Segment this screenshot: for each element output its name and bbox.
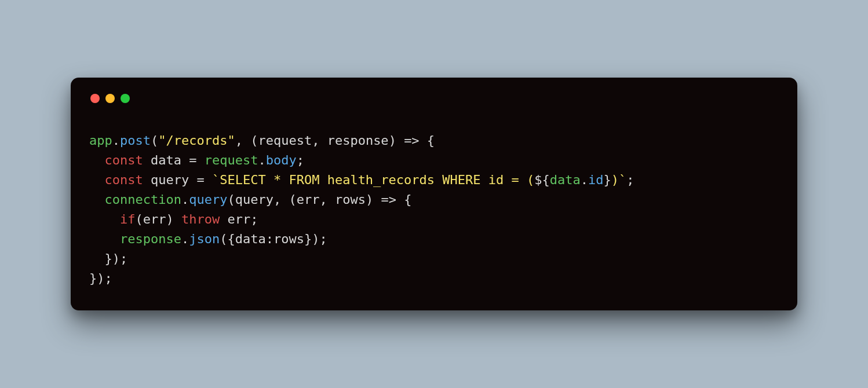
token-dot: .	[112, 133, 120, 148]
code-line-1: app.post("/records", (request, response)…	[89, 133, 435, 148]
token-app: app	[89, 133, 112, 148]
token-dot: .	[181, 232, 189, 246]
indent	[89, 251, 105, 266]
token-connection: connection	[105, 192, 181, 207]
indent	[89, 232, 120, 246]
token-template-open: ${	[534, 173, 550, 187]
token-err-param: err	[297, 192, 320, 207]
token-semi: ;	[250, 212, 258, 226]
token-const: const	[105, 173, 143, 187]
token-sql-template: `SELECT * FROM health_records WHERE id =…	[212, 173, 534, 187]
token-dot: .	[581, 173, 588, 187]
token-rows: rows	[273, 232, 304, 246]
token-request-param: request	[258, 133, 312, 148]
token-semi: ;	[297, 153, 304, 167]
token-comma-paren: , (	[235, 133, 258, 148]
token-data-key: data	[235, 232, 266, 246]
token-response: response	[120, 232, 181, 246]
token-request: request	[205, 153, 258, 167]
token-throw: throw	[181, 212, 220, 226]
indent	[89, 153, 105, 167]
token-query-method: query	[189, 192, 227, 207]
token-if: if	[120, 212, 136, 226]
sp	[220, 212, 227, 226]
token-arrow: =>	[381, 192, 396, 207]
token-close-final: });	[89, 271, 112, 285]
sp	[196, 153, 204, 167]
token-const: const	[105, 153, 143, 167]
token-paren-close: )	[389, 133, 404, 148]
sp	[181, 153, 189, 167]
token-template-close: }	[604, 173, 611, 187]
token-dot: .	[258, 153, 265, 167]
code-line-3: const query = `SELECT * FROM health_reco…	[89, 173, 634, 187]
token-query-arg: query	[235, 192, 273, 207]
code-line-8: });	[89, 271, 112, 285]
sp	[205, 173, 212, 187]
token-body: body	[266, 153, 297, 167]
token-comma: ,	[319, 192, 335, 207]
token-data-ref: data	[550, 173, 581, 187]
code-line-5: if(err) throw err;	[89, 212, 258, 226]
token-arrow: =>	[404, 133, 420, 148]
token-paren-close: )	[166, 212, 181, 226]
token-semi: ;	[626, 173, 634, 187]
token-route-string: "/records"	[158, 133, 235, 148]
token-paren: (	[227, 192, 235, 207]
token-close: });	[304, 232, 327, 246]
indent	[89, 192, 105, 207]
token-paren-brace: ({	[220, 232, 235, 246]
token-response-param: response	[327, 133, 389, 148]
token-json: json	[189, 232, 220, 246]
token-err: err	[143, 212, 166, 226]
sp	[143, 153, 151, 167]
token-query-var: query	[151, 173, 189, 187]
token-dot: .	[181, 192, 189, 207]
indent	[89, 173, 105, 187]
code-line-4: connection.query(query, (err, rows) => {	[89, 192, 411, 207]
token-brace: {	[396, 192, 412, 207]
token-comma: ,	[312, 133, 327, 148]
indent	[89, 212, 120, 226]
close-icon[interactable]	[90, 94, 100, 103]
token-brace: {	[420, 133, 435, 148]
token-paren-close: )	[366, 192, 381, 207]
code-window: app.post("/records", (request, response)…	[71, 78, 797, 311]
sp	[143, 173, 151, 187]
token-colon: :	[266, 232, 273, 246]
code-block: app.post("/records", (request, response)…	[89, 131, 779, 289]
code-line-2: const data = request.body;	[89, 153, 304, 167]
maximize-icon[interactable]	[121, 94, 130, 103]
window-controls	[90, 94, 779, 103]
token-post: post	[120, 133, 151, 148]
token-paren: (	[135, 212, 143, 226]
code-line-7: });	[89, 251, 127, 266]
token-rows-param: rows	[335, 192, 366, 207]
token-err-throw: err	[227, 212, 250, 226]
token-comma-paren: , (	[273, 192, 297, 207]
sp	[189, 173, 196, 187]
minimize-icon[interactable]	[105, 94, 115, 103]
code-line-6: response.json({data:rows});	[89, 232, 327, 246]
token-data-var: data	[151, 153, 181, 167]
token-template-tail: )`	[611, 173, 627, 187]
token-eq: =	[196, 173, 204, 187]
token-paren: (	[151, 133, 158, 148]
token-eq: =	[189, 153, 196, 167]
token-id: id	[588, 173, 604, 187]
token-close-cb: });	[105, 251, 128, 266]
